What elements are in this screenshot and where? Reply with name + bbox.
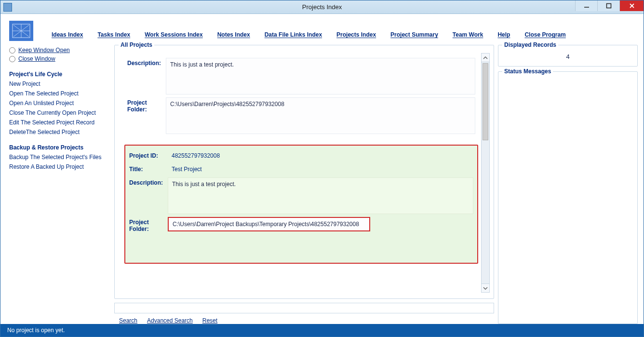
close-button[interactable]: [619, 0, 644, 11]
menu-project-summary[interactable]: Project Summary: [390, 31, 438, 38]
radio-keep-open-label: Keep Window Open: [18, 47, 70, 54]
status-messages-groupbox: Status Messages: [498, 71, 638, 324]
project-card[interactable]: Description: This is just a test project…: [124, 55, 478, 140]
chevron-up-icon: [483, 55, 488, 60]
projects-scrollbar[interactable]: [481, 53, 490, 293]
value-project-folder-sel: C:\Users\Darren\Project Backups\Temporar…: [168, 217, 370, 231]
sidebar-backup-header: Backup & Restore Projects: [9, 144, 110, 151]
minimize-button[interactable]: [575, 0, 597, 11]
link-edit-selected-project-record[interactable]: Edit The Selected Project Record: [9, 119, 110, 126]
radio-close-window-label: Close Window: [18, 55, 55, 62]
right-column: Displayed Records 4 Status Messages: [498, 45, 638, 324]
reset-link[interactable]: Reset: [202, 317, 217, 324]
project-card-selected[interactable]: Project ID: 482552797932008 Title: Test …: [124, 145, 478, 264]
label-project-folder-sel: Project Folder:: [129, 217, 168, 233]
displayed-records-value: 4: [503, 50, 632, 61]
menu-close-program[interactable]: Close Program: [524, 31, 565, 38]
label-title: Title:: [129, 164, 168, 173]
all-projects-legend: All Projects: [119, 41, 154, 48]
label-description: Description:: [127, 58, 166, 67]
main-body: Keep Window Open Close Window Project's …: [0, 45, 644, 324]
menubar: Ideas Index Tasks Index Work Sessions In…: [0, 14, 644, 45]
menu-notes-index[interactable]: Notes Index: [217, 31, 250, 38]
app-logo: [9, 21, 33, 41]
radio-close-window-input[interactable]: [9, 56, 15, 62]
label-project-folder: Project Folder:: [127, 97, 166, 113]
link-delete-selected-project[interactable]: DeleteThe Selected Project: [9, 129, 110, 135]
label-project-id: Project ID:: [129, 150, 168, 159]
window-controls: [575, 0, 644, 13]
statusbar-text: No project is open yet.: [7, 327, 65, 334]
center-column: All Projects Description: This is just a…: [114, 45, 494, 324]
menu-ideas-index[interactable]: Ideas Index: [52, 31, 83, 38]
titlebar: Projects Index: [0, 0, 644, 14]
value-title: Test Project: [168, 164, 473, 175]
app-titlebar-icon: [3, 3, 12, 12]
sidebar: Keep Window Open Close Window Project's …: [9, 45, 110, 324]
all-projects-groupbox: All Projects Description: This is just a…: [114, 45, 494, 299]
search-area: Search Advanced Search Reset: [114, 303, 494, 324]
advanced-search-link[interactable]: Advanced Search: [147, 317, 193, 324]
scroll-up-button[interactable]: [482, 54, 489, 62]
client-area: Ideas Index Tasks Index Work Sessions In…: [0, 14, 644, 337]
displayed-records-legend: Displayed Records: [502, 41, 558, 48]
chevron-down-icon: [483, 286, 488, 291]
search-link[interactable]: Search: [119, 317, 137, 324]
menu-team-work[interactable]: Team Work: [453, 31, 483, 38]
svg-rect-0: [606, 4, 611, 8]
radio-keep-window-open[interactable]: Keep Window Open: [9, 47, 110, 54]
project-icon: [12, 23, 31, 39]
menu-work-sessions-index[interactable]: Work Sessions Index: [145, 31, 203, 38]
menu-projects-index[interactable]: Projects Index: [336, 31, 376, 38]
link-restore-backed-up-project[interactable]: Restore A Backed Up Project: [9, 163, 110, 170]
value-description-sel: This is just a test project.: [168, 177, 473, 214]
link-open-selected-project[interactable]: Open The Selected Project: [9, 90, 110, 97]
status-messages-legend: Status Messages: [502, 68, 553, 75]
search-input[interactable]: [114, 303, 494, 313]
window-title: Projects Index: [0, 3, 644, 11]
minimize-icon: [584, 3, 590, 9]
value-project-folder: C:\Users\Darren\Projects\482552797932008: [166, 97, 475, 134]
displayed-records-groupbox: Displayed Records 4: [498, 45, 638, 67]
sidebar-lifecycle-header: Project's Life Cycle: [9, 71, 110, 78]
link-close-currently-open-project[interactable]: Close The Currently Open Project: [9, 109, 110, 116]
value-project-id: 482552797932008: [168, 150, 473, 161]
value-description: This is just a test project.: [166, 58, 475, 94]
link-new-project[interactable]: New Project: [9, 81, 110, 87]
menu-tasks-index[interactable]: Tasks Index: [97, 31, 130, 38]
menu-help[interactable]: Help: [497, 31, 510, 38]
label-description-sel: Description:: [129, 177, 168, 186]
menu-items: Ideas Index Tasks Index Work Sessions In…: [52, 31, 566, 41]
scroll-down-button[interactable]: [482, 283, 489, 292]
maximize-icon: [606, 3, 612, 9]
close-icon: [629, 3, 635, 9]
link-backup-selected-files[interactable]: Backup The Selected Project's Files: [9, 154, 110, 161]
radio-keep-open-input[interactable]: [9, 47, 15, 54]
statusbar: No project is open yet.: [0, 324, 644, 337]
status-messages-container: Status Messages: [498, 71, 638, 324]
maximize-button[interactable]: [597, 0, 619, 11]
search-links: Search Advanced Search Reset: [114, 317, 494, 324]
projects-list: Description: This is just a test project…: [121, 52, 491, 294]
app-window: Projects Index Ideas Index: [0, 0, 644, 337]
radio-close-window[interactable]: Close Window: [9, 55, 110, 62]
menu-data-file-links-index[interactable]: Data File Links Index: [265, 31, 322, 38]
scroll-thumb[interactable]: [483, 63, 488, 140]
link-open-unlisted-project[interactable]: Open An Unlisted Project: [9, 100, 110, 107]
